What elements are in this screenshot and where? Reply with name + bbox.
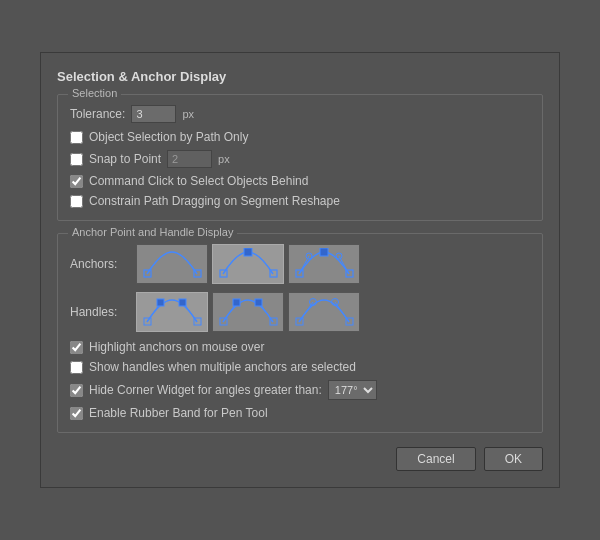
command-click-checkbox[interactable]: [70, 175, 83, 188]
enable-rubber-band-label: Enable Rubber Band for Pen Tool: [89, 406, 268, 420]
tolerance-row: Tolerance: px: [70, 105, 530, 123]
handle-option-3[interactable]: [288, 292, 360, 332]
handle-option-2[interactable]: [212, 292, 284, 332]
constrain-path-checkbox[interactable]: [70, 195, 83, 208]
enable-rubber-band-row: Enable Rubber Band for Pen Tool: [70, 406, 530, 420]
hide-corner-widget-checkbox[interactable]: [70, 384, 83, 397]
command-click-label: Command Click to Select Objects Behind: [89, 174, 308, 188]
svg-rect-21: [255, 299, 262, 306]
anchor-group-label: Anchor Point and Handle Display: [68, 226, 237, 238]
handle-options: [136, 292, 360, 332]
highlight-anchors-label: Highlight anchors on mouse over: [89, 340, 264, 354]
tolerance-unit: px: [182, 108, 194, 120]
anchor-group: Anchor Point and Handle Display Anchors:: [57, 233, 543, 433]
snap-to-point-label: Snap to Point: [89, 152, 161, 166]
snap-to-point-checkbox[interactable]: [70, 153, 83, 166]
tolerance-input[interactable]: [131, 105, 176, 123]
object-selection-checkbox[interactable]: [70, 131, 83, 144]
object-selection-row: Object Selection by Path Only: [70, 130, 530, 144]
anchor-options: [136, 244, 360, 284]
hide-corner-widget-label: Hide Corner Widget for angles greater th…: [89, 383, 322, 397]
constrain-path-label: Constrain Path Dragging on Segment Resha…: [89, 194, 340, 208]
svg-rect-2: [244, 248, 252, 256]
dialog: Selection & Anchor Display Selection Tol…: [40, 52, 560, 488]
handles-display-row: Handles:: [70, 292, 530, 332]
anchors-label: Anchors:: [70, 257, 130, 271]
dialog-title: Selection & Anchor Display: [57, 69, 543, 84]
svg-rect-14: [157, 299, 164, 306]
highlight-anchors-row: Highlight anchors on mouse over: [70, 340, 530, 354]
dialog-footer: Cancel OK: [57, 447, 543, 471]
cancel-button[interactable]: Cancel: [396, 447, 475, 471]
constrain-path-row: Constrain Path Dragging on Segment Resha…: [70, 194, 530, 208]
anchors-display-row: Anchors:: [70, 244, 530, 284]
tolerance-label: Tolerance:: [70, 107, 125, 121]
selection-group: Selection Tolerance: px Object Selection…: [57, 94, 543, 221]
show-handles-label: Show handles when multiple anchors are s…: [89, 360, 356, 374]
anchor-option-3[interactable]: [288, 244, 360, 284]
hide-corner-widget-row: Hide Corner Widget for angles greater th…: [70, 380, 530, 400]
snap-to-point-row: Snap to Point px: [70, 150, 530, 168]
anchor-option-2[interactable]: [212, 244, 284, 284]
hide-corner-widget-dropdown[interactable]: 120° 130° 145° 160° 177°: [328, 380, 377, 400]
object-selection-label: Object Selection by Path Only: [89, 130, 248, 144]
handle-option-1[interactable]: [136, 292, 208, 332]
svg-rect-5: [320, 248, 328, 256]
enable-rubber-band-checkbox[interactable]: [70, 407, 83, 420]
selection-group-label: Selection: [68, 87, 121, 99]
show-handles-row: Show handles when multiple anchors are s…: [70, 360, 530, 374]
highlight-anchors-checkbox[interactable]: [70, 341, 83, 354]
ok-button[interactable]: OK: [484, 447, 543, 471]
svg-rect-20: [233, 299, 240, 306]
svg-rect-15: [179, 299, 186, 306]
snap-to-point-input[interactable]: [167, 150, 212, 168]
snap-to-point-unit: px: [218, 153, 230, 165]
show-handles-checkbox[interactable]: [70, 361, 83, 374]
handles-label: Handles:: [70, 305, 130, 319]
command-click-row: Command Click to Select Objects Behind: [70, 174, 530, 188]
anchor-option-1[interactable]: [136, 244, 208, 284]
